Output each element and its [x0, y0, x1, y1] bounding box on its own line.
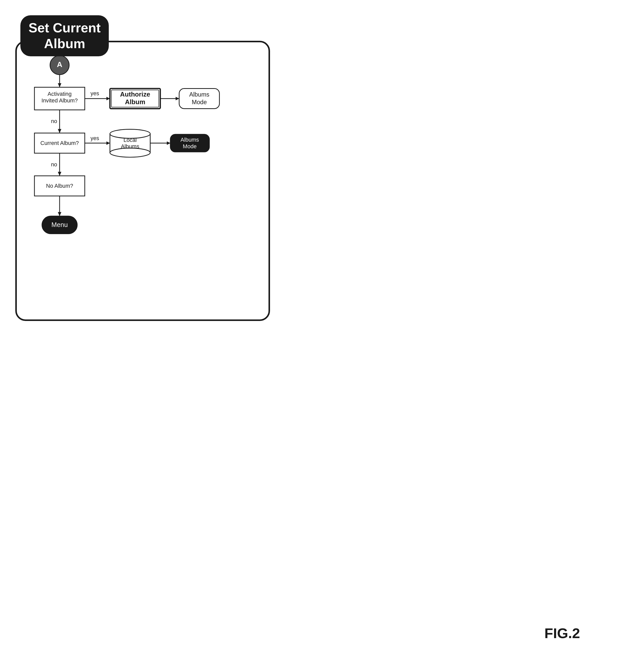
- diagram-container: A Activating Invited Album? yes Authoriz…: [15, 41, 270, 321]
- svg-text:no: no: [51, 118, 57, 124]
- svg-marker-43: [58, 212, 62, 216]
- svg-text:Current Album?: Current Album?: [41, 140, 79, 146]
- svg-text:No Album?: No Album?: [46, 183, 73, 189]
- svg-text:no: no: [51, 161, 57, 168]
- svg-text:Album: Album: [125, 98, 145, 105]
- svg-text:Activating: Activating: [48, 91, 72, 97]
- svg-text:Mode: Mode: [192, 99, 207, 105]
- flowchart-svg: A Activating Invited Album? yes Authoriz…: [17, 42, 268, 319]
- svg-marker-20: [58, 129, 62, 133]
- svg-marker-38: [58, 172, 62, 176]
- svg-text:Albums: Albums: [189, 91, 210, 98]
- svg-marker-25: [106, 141, 110, 145]
- svg-marker-33: [167, 141, 170, 145]
- title-line2: Album: [44, 36, 86, 51]
- svg-marker-3: [58, 83, 62, 87]
- title-line1: Set Current: [28, 20, 101, 35]
- svg-text:Albums: Albums: [121, 143, 139, 149]
- svg-marker-15: [175, 97, 179, 100]
- svg-text:yes: yes: [91, 90, 99, 97]
- fig-label: FIG.2: [544, 625, 580, 642]
- svg-text:A: A: [57, 60, 62, 69]
- svg-text:yes: yes: [91, 135, 99, 141]
- svg-text:Menu: Menu: [51, 221, 68, 228]
- svg-text:Albums: Albums: [180, 137, 199, 143]
- svg-text:Invited Album?: Invited Album?: [42, 97, 78, 104]
- svg-text:Authorize: Authorize: [120, 91, 150, 98]
- svg-text:Mode: Mode: [183, 143, 197, 149]
- svg-text:Local: Local: [124, 137, 137, 143]
- svg-point-29: [110, 148, 150, 158]
- title-pill: Set Current Album: [20, 15, 109, 56]
